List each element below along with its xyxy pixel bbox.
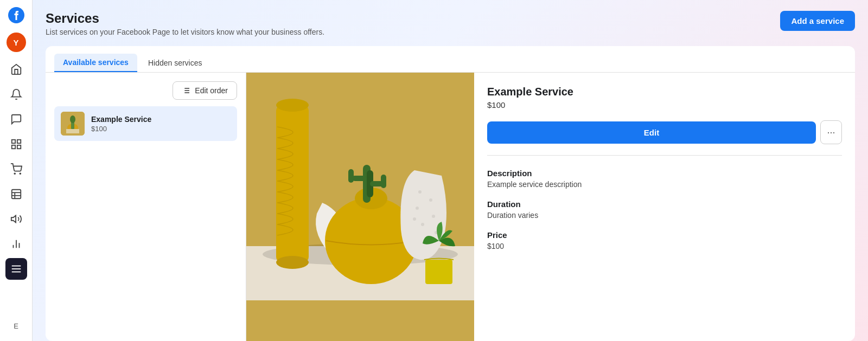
page-title: Services (46, 11, 324, 26)
svg-point-33 (276, 256, 309, 269)
edit-service-button[interactable]: Edit (487, 121, 816, 144)
service-list-panel: Edit order Example Service (46, 73, 246, 341)
svg-point-4 (14, 173, 15, 174)
service-item-info: Example Service $100 (91, 115, 231, 133)
sidebar-item-ads[interactable] (5, 208, 27, 230)
service-detail-name: Example Service (487, 86, 842, 98)
svg-rect-0 (11, 140, 15, 143)
sidebar-item-shop[interactable] (5, 158, 27, 180)
svg-rect-3 (17, 145, 20, 149)
service-details: Example Service $100 Edit ··· Descriptio… (474, 73, 855, 341)
sidebar-item-table[interactable] (5, 183, 27, 205)
services-panel: Available services Hidden services Edit … (46, 46, 855, 341)
description-label: Description (487, 169, 842, 178)
svg-marker-10 (11, 216, 15, 223)
price-value: $100 (487, 242, 842, 250)
more-options-button[interactable]: ··· (820, 120, 842, 144)
service-item-price: $100 (91, 125, 231, 133)
svg-rect-49 (425, 260, 452, 284)
tab-hidden-services[interactable]: Hidden services (139, 54, 211, 72)
duration-section: Duration Duration varies (487, 200, 842, 220)
price-section: Price $100 (487, 230, 842, 250)
list-icon (182, 86, 190, 95)
price-label: Price (487, 230, 842, 240)
meta-logo (7, 5, 26, 25)
edit-order-button[interactable]: Edit order (173, 81, 237, 100)
sidebar-item-messages[interactable] (5, 108, 27, 130)
service-thumbnail (61, 112, 85, 136)
service-image-area (246, 73, 474, 341)
svg-point-42 (418, 190, 422, 194)
service-image (246, 73, 474, 341)
svg-point-5 (20, 173, 21, 174)
duration-value: Duration varies (487, 211, 842, 220)
page-subtitle: List services on your Facebook Page to l… (46, 28, 324, 36)
sidebar-item-pages[interactable] (5, 133, 27, 155)
header-text: Services List services on your Facebook … (46, 11, 324, 36)
thumbnail-image (61, 112, 85, 136)
svg-rect-39 (348, 169, 354, 183)
svg-point-45 (432, 215, 435, 218)
svg-rect-1 (17, 140, 20, 143)
page-header: Services List services on your Facebook … (46, 11, 855, 36)
sidebar-item-home[interactable] (5, 59, 27, 80)
service-detail-panel: Example Service $100 Edit ··· Descriptio… (246, 73, 855, 341)
service-detail-price: $100 (487, 100, 842, 110)
sidebar-item-notifications[interactable] (5, 83, 27, 105)
svg-point-32 (276, 99, 309, 112)
sidebar: Y E (0, 0, 33, 341)
content-area: Edit order Example Service (46, 73, 855, 341)
service-photo (246, 73, 474, 300)
description-section: Description Example service description (487, 169, 842, 189)
duration-label: Duration (487, 200, 842, 209)
tab-available-services[interactable]: Available services (54, 54, 137, 72)
svg-point-44 (416, 207, 419, 210)
svg-point-48 (413, 217, 416, 221)
main-content: Services List services on your Facebook … (33, 0, 868, 341)
svg-rect-41 (381, 175, 386, 188)
add-service-button[interactable]: Add a service (780, 11, 855, 31)
tabs-bar: Available services Hidden services (46, 46, 855, 73)
svg-rect-2 (11, 145, 15, 149)
sidebar-item-analytics[interactable] (5, 233, 27, 255)
svg-point-43 (429, 198, 432, 202)
description-value: Example service description (487, 180, 842, 189)
sidebar-item-menu[interactable] (5, 258, 27, 280)
service-item-name: Example Service (91, 115, 231, 124)
svg-rect-31 (276, 105, 309, 262)
svg-point-46 (421, 223, 424, 226)
svg-rect-6 (11, 190, 21, 199)
svg-point-26 (70, 115, 75, 123)
sidebar-bottom-initial: E (14, 322, 18, 336)
svg-rect-27 (66, 129, 79, 133)
action-row: Edit ··· (487, 120, 842, 156)
svg-rect-38 (352, 176, 366, 181)
user-avatar[interactable]: Y (7, 33, 26, 52)
service-list-item[interactable]: Example Service $100 (54, 106, 237, 141)
